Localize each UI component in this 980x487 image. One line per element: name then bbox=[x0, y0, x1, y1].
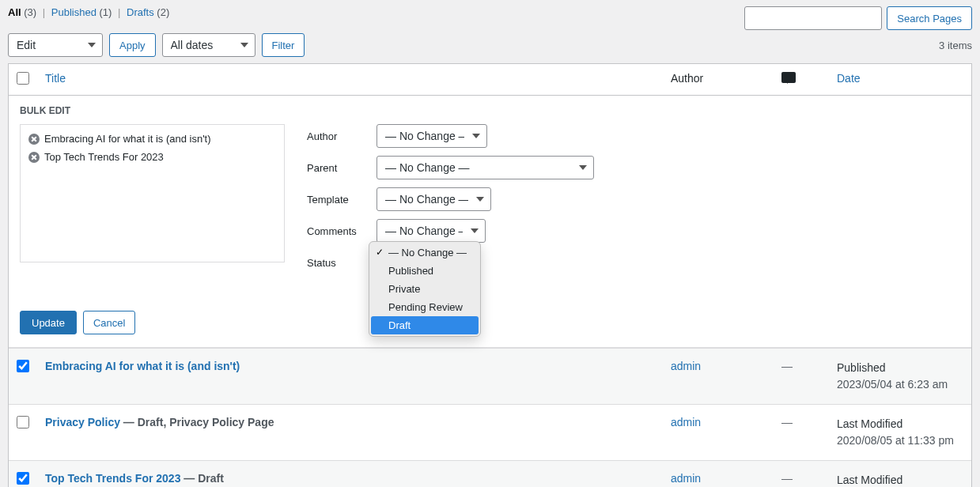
comments-label: Comments bbox=[307, 225, 361, 237]
row-date-value: 2023/05/04 at 6:23 am bbox=[837, 376, 963, 393]
remove-icon[interactable] bbox=[28, 152, 40, 163]
bulk-action-select[interactable]: Edit bbox=[8, 33, 103, 57]
template-select[interactable]: — No Change — bbox=[376, 187, 491, 211]
bulk-items-list: Embracing AI for what it is (and isn't)T… bbox=[20, 124, 285, 262]
cancel-button[interactable]: Cancel bbox=[83, 311, 135, 334]
bulk-item: Embracing AI for what it is (and isn't) bbox=[21, 130, 284, 148]
status-label: Status bbox=[307, 257, 361, 269]
row-comments: — bbox=[781, 360, 793, 372]
bulk-item-title: Top Tech Trends For 2023 bbox=[44, 151, 164, 163]
view-all[interactable]: All bbox=[8, 6, 21, 18]
row-author-link[interactable]: admin bbox=[671, 416, 701, 428]
col-title[interactable]: Title bbox=[45, 72, 66, 85]
view-drafts[interactable]: Drafts bbox=[127, 6, 154, 18]
row-date-status: Published bbox=[837, 360, 963, 376]
view-all-count: (3) bbox=[24, 6, 36, 18]
status-option[interactable]: Published bbox=[371, 262, 479, 280]
row-author-link[interactable]: admin bbox=[671, 472, 701, 485]
row-comments: — bbox=[781, 416, 793, 428]
items-count: 3 items bbox=[939, 40, 972, 51]
row-date-value: 2020/08/05 at 11:33 pm bbox=[837, 432, 963, 449]
status-option[interactable]: Draft bbox=[371, 316, 479, 334]
update-button[interactable]: Update bbox=[20, 311, 77, 334]
filter-button[interactable]: Filter bbox=[262, 33, 305, 57]
view-published[interactable]: Published bbox=[51, 6, 96, 18]
row-title-link[interactable]: Top Tech Trends For 2023 bbox=[45, 472, 180, 485]
status-dropdown[interactable]: — No Change —PublishedPrivatePending Rev… bbox=[369, 241, 481, 337]
bulk-item: Top Tech Trends For 2023 bbox=[21, 148, 284, 166]
row-checkbox[interactable] bbox=[17, 472, 29, 485]
comments-select[interactable]: — No Change — bbox=[376, 219, 486, 243]
status-option[interactable]: Private bbox=[371, 280, 479, 298]
row-comments: — bbox=[781, 472, 793, 485]
view-published-count: (1) bbox=[100, 6, 112, 18]
row-title-link[interactable]: Embracing AI for what it is (and isn't) bbox=[45, 360, 240, 372]
table-row: Privacy Policy — Draft, Privacy Policy P… bbox=[9, 405, 971, 461]
status-option[interactable]: Pending Review bbox=[371, 298, 479, 316]
row-date-status: Last Modified bbox=[837, 472, 963, 487]
col-author: Author bbox=[663, 64, 774, 96]
apply-button[interactable]: Apply bbox=[109, 33, 156, 57]
comments-icon bbox=[781, 72, 796, 83]
author-label: Author bbox=[307, 130, 361, 142]
row-state: — Draft, Privacy Policy Page bbox=[120, 416, 274, 428]
select-all-checkbox[interactable] bbox=[17, 72, 29, 85]
template-label: Template bbox=[307, 194, 361, 206]
row-checkbox[interactable] bbox=[17, 416, 29, 428]
table-row: Top Tech Trends For 2023 — Draftadmin—La… bbox=[9, 461, 971, 488]
search-pages-button[interactable]: Search Pages bbox=[887, 6, 972, 30]
row-author-link[interactable]: admin bbox=[671, 360, 701, 372]
view-filters: All (3) | Published (1) | Drafts (2) bbox=[8, 6, 169, 18]
row-date-status: Last Modified bbox=[837, 416, 963, 432]
row-checkbox[interactable] bbox=[17, 360, 29, 372]
row-state: — Draft bbox=[180, 472, 223, 485]
bulk-edit-heading: BULK EDIT bbox=[20, 105, 960, 116]
row-title-link[interactable]: Privacy Policy bbox=[45, 416, 120, 428]
remove-icon[interactable] bbox=[28, 134, 40, 145]
bulk-edit-panel: BULK EDIT Embracing AI for what it is (a… bbox=[9, 96, 971, 348]
bulk-item-title: Embracing AI for what it is (and isn't) bbox=[44, 133, 211, 145]
view-drafts-count: (2) bbox=[157, 6, 169, 18]
status-option[interactable]: — No Change — bbox=[371, 244, 479, 262]
author-select[interactable]: — No Change — bbox=[376, 124, 487, 148]
parent-select[interactable]: — No Change — bbox=[376, 156, 594, 179]
table-row: Embracing AI for what it is (and isn't)a… bbox=[9, 349, 971, 405]
search-input[interactable] bbox=[744, 6, 882, 30]
col-date[interactable]: Date bbox=[837, 72, 861, 85]
date-filter-select[interactable]: All dates bbox=[162, 33, 255, 57]
parent-label: Parent bbox=[307, 162, 361, 174]
